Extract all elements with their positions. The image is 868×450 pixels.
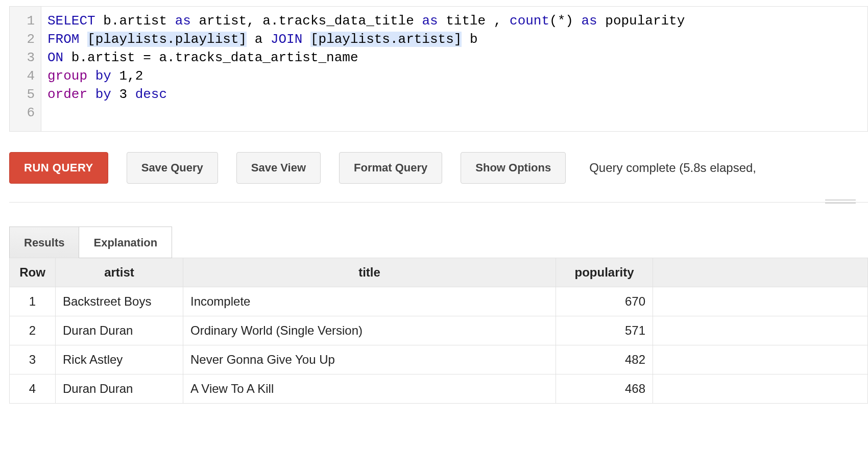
- cell-row: 2: [10, 316, 56, 345]
- sql-editor[interactable]: 123456 SELECT b.artist as artist, a.trac…: [9, 6, 868, 132]
- table-row: 4Duran DuranA View To A Kill468: [10, 374, 868, 404]
- cell-row: 4: [10, 374, 56, 404]
- cell-artist: Rick Astley: [56, 345, 183, 374]
- cell-title: Incomplete: [183, 287, 556, 316]
- cell-empty: [653, 345, 868, 374]
- col-artist: artist: [56, 258, 183, 287]
- col-popularity: popularity: [556, 258, 653, 287]
- col-empty: [653, 258, 868, 287]
- cell-title: A View To A Kill: [183, 374, 556, 404]
- cell-popularity: 482: [556, 345, 653, 374]
- line-number: 5: [16, 85, 35, 104]
- cell-empty: [653, 316, 868, 345]
- resize-handle-icon[interactable]: [825, 199, 856, 204]
- code-line: order by 3 desc: [47, 85, 685, 104]
- col-title: title: [183, 258, 556, 287]
- table-row: 1Backstreet BoysIncomplete670: [10, 287, 868, 316]
- format-query-button[interactable]: Format Query: [339, 152, 442, 184]
- query-toolbar: RUN QUERY Save Query Save View Format Qu…: [9, 132, 868, 203]
- line-number: 3: [16, 48, 35, 67]
- run-query-button[interactable]: RUN QUERY: [9, 152, 108, 184]
- table-row: 2Duran DuranOrdinary World (Single Versi…: [10, 316, 868, 345]
- col-row: Row: [10, 258, 56, 287]
- cell-popularity: 571: [556, 316, 653, 345]
- query-status-text: Query complete (5.8s elapsed,: [589, 161, 868, 175]
- sql-code-area[interactable]: SELECT b.artist as artist, a.tracks_data…: [41, 7, 685, 131]
- line-number: 4: [16, 67, 35, 85]
- results-tabs: Results Explanation: [9, 226, 868, 258]
- save-view-button[interactable]: Save View: [236, 152, 321, 184]
- line-number: 1: [16, 12, 35, 30]
- cell-title: Never Gonna Give You Up: [183, 345, 556, 374]
- cell-empty: [653, 374, 868, 404]
- code-line: FROM [playlists.playlist] a JOIN [playli…: [47, 30, 685, 48]
- cell-row: 1: [10, 287, 56, 316]
- code-line: group by 1,2: [47, 67, 685, 85]
- line-number: 6: [16, 104, 35, 122]
- cell-artist: Duran Duran: [56, 374, 183, 404]
- cell-empty: [653, 287, 868, 316]
- cell-title: Ordinary World (Single Version): [183, 316, 556, 345]
- tab-explanation[interactable]: Explanation: [79, 227, 172, 258]
- cell-artist: Duran Duran: [56, 316, 183, 345]
- cell-row: 3: [10, 345, 56, 374]
- cell-popularity: 468: [556, 374, 653, 404]
- tab-results[interactable]: Results: [9, 227, 79, 258]
- line-number: 2: [16, 30, 35, 48]
- results-header-row: Row artist title popularity: [10, 258, 868, 287]
- results-table: Row artist title popularity 1Backstreet …: [9, 258, 868, 404]
- save-query-button[interactable]: Save Query: [127, 152, 218, 184]
- cell-popularity: 670: [556, 287, 653, 316]
- code-line: SELECT b.artist as artist, a.tracks_data…: [47, 12, 685, 30]
- cell-artist: Backstreet Boys: [56, 287, 183, 316]
- code-line: [47, 104, 685, 122]
- show-options-button[interactable]: Show Options: [461, 152, 566, 184]
- code-line: ON b.artist = a.tracks_data_artist_name: [47, 48, 685, 67]
- table-row: 3Rick AstleyNever Gonna Give You Up482: [10, 345, 868, 374]
- line-number-gutter: 123456: [10, 7, 41, 131]
